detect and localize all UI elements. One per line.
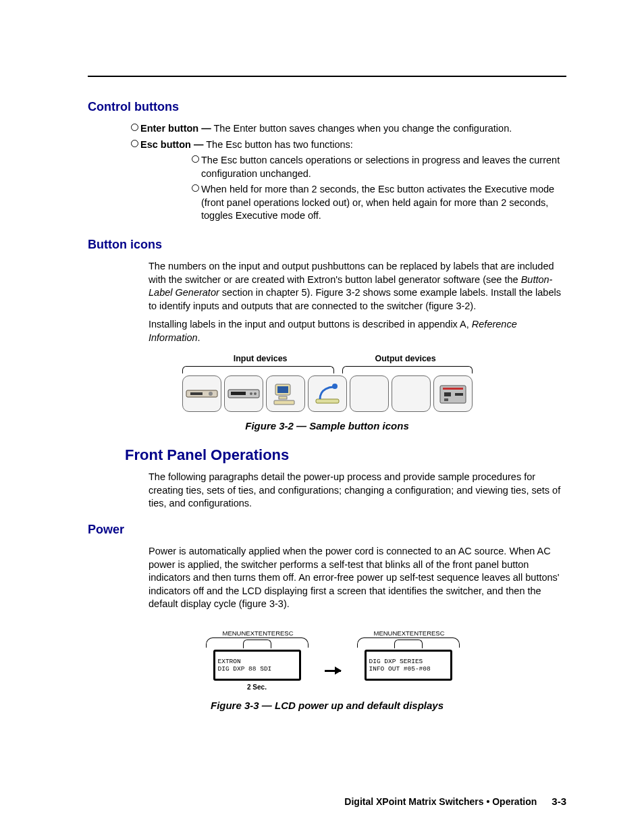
bullet-esc-sub1: The Esc button cancels operations or sel… [189, 154, 566, 180]
page-footer: Digital XPoint Matrix Switchers • Operat… [0, 796, 566, 807]
fig33-right-device: MENU NEXT ENTER ESC DIG DXP SERIES INFO … [357, 630, 460, 692]
heading-power: Power [88, 523, 566, 537]
svg-point-12 [332, 384, 338, 389]
bullet-esc-label: Esc button — [140, 139, 203, 150]
heading-front-panel-operations: Front Panel Operations [125, 446, 566, 464]
bullet-esc-text: The Esc button has two functions: [206, 139, 353, 150]
lcd-display-2: DIG DXP SERIES INFO OUT #05-#08 [365, 650, 452, 681]
figure-3-2-caption: Figure 3-2 — Sample button icons [88, 420, 566, 432]
fig33-tick-labels: MENU NEXT ENTER ESC [374, 630, 443, 637]
bullet-enter-text: The Enter button saves changes when you … [214, 123, 512, 134]
svg-rect-16 [455, 393, 463, 396]
svg-rect-1 [190, 392, 203, 395]
bracket-icon [357, 637, 460, 648]
bullet-marker-icon [128, 122, 140, 131]
power-para: Power is automatically applied when the … [149, 545, 566, 611]
bullet-esc-sub2: When held for more than 2 seconds, the E… [189, 183, 566, 223]
svg-point-2 [209, 392, 213, 396]
chip-controller-icon [433, 375, 473, 412]
svg-rect-17 [444, 398, 448, 401]
footer-page-number: 3-3 [552, 796, 566, 807]
footer-title: Digital XPoint Matrix Switchers • Operat… [344, 796, 537, 807]
bracket-icon [182, 366, 335, 373]
chip-pc-icon [266, 375, 305, 412]
svg-rect-9 [279, 396, 287, 399]
bullet-enter: Enter button — The Enter button saves ch… [128, 122, 566, 136]
front-panel-para: The following paragraphs detail the powe… [149, 471, 566, 511]
svg-point-6 [254, 392, 257, 395]
svg-rect-11 [316, 399, 339, 403]
svg-rect-10 [274, 400, 294, 405]
lcd-display-1: EXTRON DIG DXP 88 SDI [213, 650, 301, 681]
bullet-marker-icon [189, 154, 201, 163]
bracket-icon [206, 637, 308, 648]
chip-vcr-icon [224, 375, 263, 412]
fig32-label-input: Input devices [182, 354, 339, 363]
chip-dvd-icon [182, 375, 221, 412]
fig33-left-device: MENU NEXT ENTER ESC EXTRON DIG DXP 88 SD… [206, 630, 308, 692]
bullet-enter-label: Enter button — [140, 123, 211, 134]
bullet-esc-sub2-text: When held for more than 2 seconds, the E… [201, 183, 566, 223]
header-rule [88, 76, 566, 77]
svg-point-5 [250, 392, 252, 395]
chip-doccam-icon [308, 375, 347, 412]
arrow-right-icon [325, 630, 341, 692]
chip-blank-icon [392, 375, 431, 412]
figure-3-3-caption: Figure 3-3 — LCD power up and default di… [88, 700, 566, 711]
svg-rect-14 [443, 388, 463, 390]
fig33-tick-labels: MENU NEXT ENTER ESC [223, 630, 292, 637]
bullet-marker-icon [128, 138, 140, 147]
button-icons-para2: Installing labels in the input and outpu… [149, 318, 566, 344]
figure-3-3: MENU NEXT ENTER ESC EXTRON DIG DXP 88 SD… [206, 630, 449, 692]
bullet-esc: Esc button — The Esc button has two func… [128, 138, 566, 152]
svg-rect-8 [277, 386, 288, 393]
fig33-time-label: 2 Sec. [247, 683, 267, 692]
svg-rect-4 [231, 392, 246, 395]
fig32-label-output: Output devices [339, 354, 473, 363]
heading-control-buttons: Control buttons [88, 100, 566, 114]
bullet-marker-icon [189, 183, 201, 192]
bullet-esc-sub1-text: The Esc button cancels operations or sel… [201, 154, 566, 180]
svg-rect-15 [444, 392, 451, 396]
figure-3-2: Input devices Output devices [182, 354, 473, 412]
heading-button-icons: Button icons [88, 238, 566, 252]
content-area: Control buttons Enter button — The Enter… [88, 100, 566, 723]
bracket-icon [342, 366, 472, 373]
button-icons-para1: The numbers on the input and output push… [149, 260, 566, 313]
chip-blank-icon [350, 375, 389, 412]
page: Control buttons Enter button — The Enter… [0, 0, 644, 834]
